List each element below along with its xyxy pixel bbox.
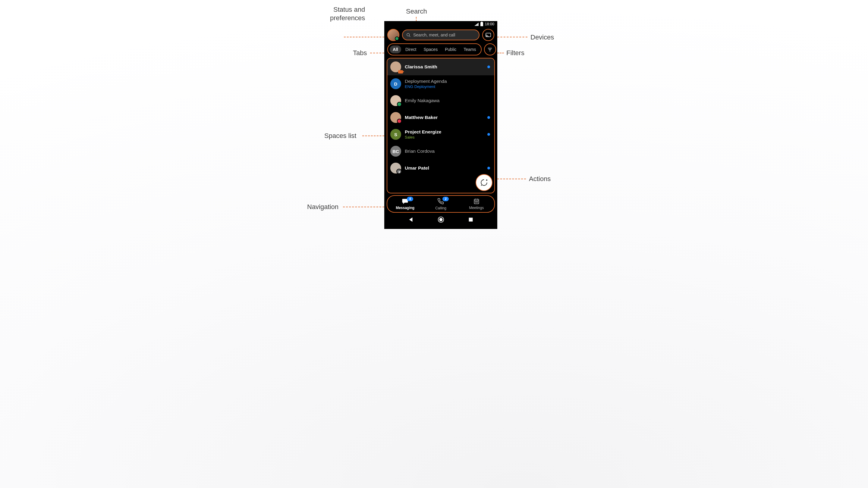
tab-all[interactable]: All <box>390 45 401 53</box>
unread-indicator <box>487 133 490 136</box>
svg-point-16 <box>439 218 443 221</box>
annotation-filters: Filters <box>506 49 524 57</box>
space-title: Emily Nakagawa <box>405 98 439 103</box>
annotation-tabs: Tabs <box>353 49 367 57</box>
space-avatar <box>390 163 401 173</box>
svg-rect-8 <box>474 199 478 204</box>
recents-key[interactable] <box>468 217 473 222</box>
compose-icon <box>480 178 488 187</box>
space-text: Umar Patel <box>405 165 429 171</box>
android-soft-keys <box>384 214 497 225</box>
space-title: Deployment Agenda <box>405 78 447 84</box>
nav-badge: 4 <box>407 197 413 201</box>
dash-spaces-list <box>362 135 384 136</box>
battery-icon <box>480 22 483 26</box>
nav-label: Calling <box>435 206 446 210</box>
signal-icon <box>474 23 478 26</box>
annotation-spaces-list: Spaces list <box>324 132 356 140</box>
tabs-container: AllDirectSpacesPublicTeams <box>387 43 482 56</box>
annotation-status-prefs: Status and preferences <box>330 5 365 22</box>
tab-spaces[interactable]: Spaces <box>421 45 441 53</box>
cast-icon <box>486 33 491 37</box>
tab-direct[interactable]: Direct <box>402 45 420 53</box>
home-key[interactable] <box>438 216 444 223</box>
search-icon <box>406 33 411 37</box>
space-avatar: BC <box>390 146 401 157</box>
bottom-navigation: Messaging4Calling2Meetings <box>387 195 495 213</box>
space-text: Brian Cordova <box>405 149 435 154</box>
presence-indicator <box>397 102 402 107</box>
annotation-actions: Actions <box>529 175 551 183</box>
space-text: Clarissa Smith <box>405 64 437 70</box>
space-title: Project Energize <box>405 129 441 135</box>
nav-messaging[interactable]: Messaging4 <box>387 196 423 212</box>
unread-indicator <box>487 66 490 68</box>
new-message-fab[interactable] <box>475 174 493 191</box>
svg-line-1 <box>409 36 410 36</box>
profile-avatar-button[interactable] <box>387 29 399 41</box>
space-text: Project EnergizeSales <box>405 129 441 139</box>
space-row[interactable]: SProject EnergizeSales <box>387 126 494 143</box>
search-input[interactable]: Search, meet, and call <box>402 30 479 40</box>
tabs-row: AllDirectSpacesPublicTeams <box>384 43 497 57</box>
clock: 18:00 <box>485 22 494 26</box>
filter-icon <box>488 47 492 52</box>
filters-button[interactable] <box>484 43 496 56</box>
space-avatar: S <box>390 129 401 140</box>
space-row[interactable]: DDeployment AgendaENG Deployment <box>387 75 494 92</box>
svg-point-13 <box>476 201 477 202</box>
back-key[interactable] <box>408 217 414 222</box>
space-subtitle: Sales <box>405 135 441 139</box>
devices-button[interactable] <box>482 29 494 41</box>
space-avatar: D <box>390 78 401 89</box>
phone-frame: 18:00 Search, meet, and call AllDirectSp… <box>384 21 497 229</box>
space-row[interactable]: BCBrian Cordova <box>387 143 494 160</box>
space-text: Deployment AgendaENG Deployment <box>405 78 447 89</box>
space-row[interactable]: Matthew Baker <box>387 109 494 126</box>
space-title: Brian Cordova <box>405 149 435 154</box>
svg-rect-17 <box>469 218 473 222</box>
nav-calling[interactable]: Calling2 <box>423 196 458 212</box>
svg-point-14 <box>477 201 478 202</box>
annotation-devices: Devices <box>530 33 554 41</box>
calendar-icon <box>473 198 479 205</box>
dash-tabs <box>370 53 384 53</box>
search-placeholder: Search, meet, and call <box>413 33 455 37</box>
space-avatar <box>390 95 401 106</box>
space-title: Matthew Baker <box>405 115 438 120</box>
tab-teams[interactable]: Teams <box>461 45 479 53</box>
space-avatar <box>390 112 401 123</box>
space-row[interactable]: Umar Patel <box>387 160 494 176</box>
spaces-list: Clarissa SmithDDeployment AgendaENG Depl… <box>387 58 495 193</box>
space-avatar <box>390 61 401 72</box>
unread-indicator <box>487 116 490 119</box>
svg-point-12 <box>475 201 476 202</box>
nav-badge: 2 <box>442 197 449 201</box>
presence-indicator <box>397 119 402 124</box>
system-status-bar: 18:00 <box>384 21 497 27</box>
away-badge-icon <box>396 169 402 174</box>
annotation-navigation: Navigation <box>307 203 338 211</box>
space-row[interactable]: Clarissa Smith <box>387 59 494 75</box>
camera-badge-icon <box>398 70 403 73</box>
annotation-search: Search <box>406 7 427 16</box>
space-row[interactable]: Emily Nakagawa <box>387 92 494 109</box>
space-title: Clarissa Smith <box>405 64 437 70</box>
nav-label: Messaging <box>396 206 414 210</box>
nav-meetings[interactable]: Meetings <box>459 196 494 212</box>
space-text: Matthew Baker <box>405 115 438 120</box>
nav-label: Meetings <box>469 206 484 210</box>
dash-status-prefs <box>344 37 384 37</box>
dash-filters <box>497 53 504 53</box>
unread-indicator <box>487 167 490 170</box>
svg-point-0 <box>407 33 410 36</box>
space-subtitle: ENG Deployment <box>405 84 447 89</box>
dash-navigation <box>343 207 384 207</box>
dash-devices <box>497 37 527 37</box>
tab-public[interactable]: Public <box>442 45 459 53</box>
app-header: Search, meet, and call <box>384 27 497 43</box>
space-text: Emily Nakagawa <box>405 98 439 103</box>
space-title: Umar Patel <box>405 165 429 171</box>
dash-actions <box>494 178 526 179</box>
